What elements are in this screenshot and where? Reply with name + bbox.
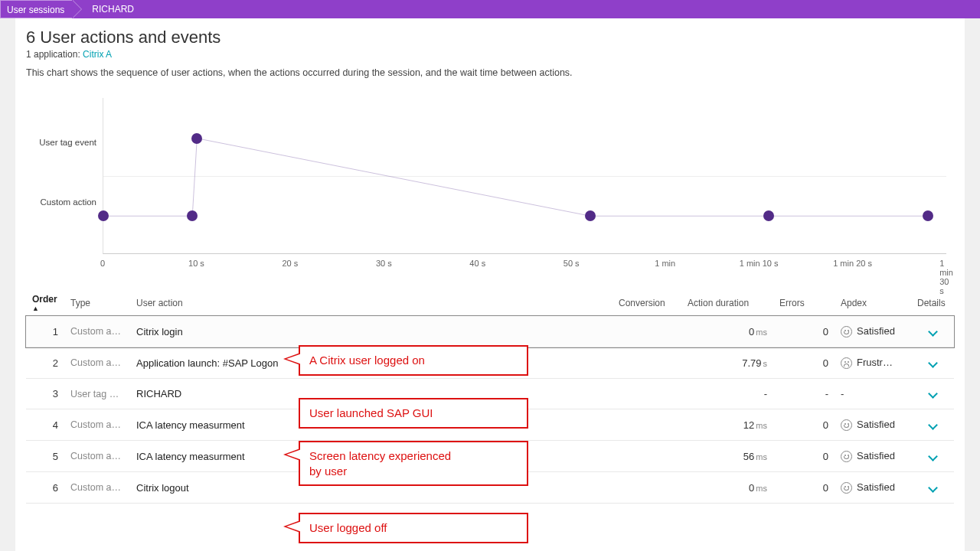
cell-action: Citrix login	[130, 316, 612, 347]
chart-point[interactable]	[923, 210, 933, 221]
x-tick: 50 s	[564, 259, 580, 268]
cell-errors: 0	[773, 316, 835, 347]
cell-duration: 7.79s	[681, 347, 773, 379]
cell-type: Custom acti…	[64, 409, 130, 441]
x-tick: 1 min 30 s	[939, 259, 953, 295]
chart-point[interactable]	[191, 133, 202, 144]
apdex-frustrated-icon	[841, 357, 852, 369]
x-tick: 0	[100, 259, 105, 268]
x-tick: 1 min 20 s	[833, 259, 872, 268]
waterfall-chart: User tag event Custom action	[32, 98, 954, 254]
cell-duration: 12ms	[681, 409, 773, 441]
cell-apdex: Satisfied	[835, 316, 911, 347]
col-user-action[interactable]: User action	[130, 291, 612, 316]
cell-details	[911, 441, 954, 472]
cell-errors: 0	[773, 347, 835, 379]
plot-area[interactable]	[103, 98, 946, 254]
cell-apdex: Frustr…	[835, 347, 911, 379]
app-count-label: 1 application:	[26, 49, 80, 60]
x-axis: 010 s20 s30 s40 s50 s1 min1 min 10 s1 mi…	[103, 254, 946, 269]
apdex-satisfied-icon	[841, 326, 852, 337]
chevron-down-icon[interactable]	[928, 483, 938, 493]
cell-order: 4	[26, 409, 64, 441]
cell-conversion	[612, 379, 681, 409]
chart-point[interactable]	[763, 210, 774, 221]
cell-duration: 56ms	[681, 441, 773, 472]
cell-conversion	[612, 409, 681, 441]
chart-point[interactable]	[187, 210, 198, 221]
chevron-down-icon[interactable]	[928, 452, 938, 461]
app-subtitle: 1 application: Citrix A	[26, 49, 954, 60]
breadcrumb: User sessions RICHARD	[0, 0, 980, 18]
cell-details	[911, 316, 954, 347]
x-tick: 30 s	[376, 259, 392, 268]
cell-apdex: -	[835, 379, 911, 409]
chevron-down-icon[interactable]	[928, 327, 938, 337]
cell-type: Custom acti…	[64, 441, 130, 472]
chevron-down-icon[interactable]	[928, 358, 938, 368]
y-axis-labels: User tag event Custom action	[32, 98, 103, 254]
chevron-down-icon[interactable]	[928, 420, 938, 430]
cell-order: 5	[26, 441, 64, 472]
cell-conversion	[612, 441, 681, 472]
cell-details	[911, 347, 954, 379]
col-errors[interactable]: Errors	[773, 291, 835, 316]
annotation-callout: A Citrix user logged on	[299, 345, 528, 376]
chevron-down-icon[interactable]	[928, 389, 938, 399]
cell-order: 3	[26, 379, 64, 409]
cell-apdex: Satisfied	[835, 409, 911, 441]
cell-errors: 0	[773, 409, 835, 441]
cell-duration: -	[681, 379, 773, 409]
cell-type: Custom acti…	[64, 347, 130, 379]
annotation-callout: User launched SAP GUI	[299, 398, 528, 429]
page-content: 6 User actions and events 1 application:…	[15, 18, 965, 551]
cell-order: 1	[26, 316, 64, 347]
cell-details	[911, 409, 954, 441]
col-conversion[interactable]: Conversion	[612, 291, 681, 316]
cell-conversion	[612, 347, 681, 379]
annotation-callout: User logged off	[299, 513, 528, 543]
chart-point[interactable]	[585, 210, 596, 221]
chart-point[interactable]	[98, 210, 109, 221]
cell-errors: 0	[773, 441, 835, 472]
cell-type: User tag ev…	[64, 379, 130, 409]
cell-errors: -	[773, 379, 835, 409]
col-type[interactable]: Type	[64, 291, 130, 316]
x-tick: 40 s	[469, 259, 485, 268]
x-tick: 20 s	[282, 259, 298, 268]
cell-type: Custom acti…	[64, 472, 130, 504]
cell-conversion	[612, 472, 681, 504]
col-apdex[interactable]: Apdex	[835, 291, 911, 316]
x-tick: 1 min 10 s	[740, 259, 779, 268]
cell-order: 6	[26, 472, 64, 504]
page-title: 6 User actions and events	[26, 28, 954, 47]
annotation-callout: Screen latency experiencedby user	[299, 441, 528, 486]
cell-details	[911, 379, 954, 409]
table-row[interactable]: 1Custom acti…Citrix login0ms0Satisfied	[26, 316, 954, 347]
table-header: Order▲ Type User action Conversion Actio…	[26, 291, 954, 316]
col-duration[interactable]: Action duration	[681, 291, 773, 316]
cell-apdex: Satisfied	[835, 441, 911, 472]
cell-type: Custom acti…	[64, 316, 130, 347]
cell-details	[911, 472, 954, 504]
y-label-bottom: Custom action	[32, 197, 96, 207]
breadcrumb-user-sessions[interactable]: User sessions	[0, 0, 72, 18]
cell-duration: 0ms	[681, 472, 773, 504]
cell-order: 2	[26, 347, 64, 379]
chart-description: This chart shows the sequence of user ac…	[26, 67, 954, 78]
col-order[interactable]: Order▲	[26, 291, 64, 316]
apdex-satisfied-icon	[841, 419, 852, 431]
cell-errors: 0	[773, 472, 835, 504]
application-link[interactable]: Citrix A	[83, 49, 112, 60]
apdex-satisfied-icon	[841, 451, 852, 462]
cell-apdex: Satisfied	[835, 472, 911, 504]
cell-duration: 0ms	[681, 316, 773, 347]
cell-conversion	[612, 316, 681, 347]
sort-asc-icon: ▲	[32, 305, 58, 312]
y-label-top: User tag event	[32, 138, 96, 147]
x-tick: 1 min	[655, 259, 675, 268]
x-tick: 10 s	[188, 259, 204, 268]
apdex-satisfied-icon	[841, 482, 852, 494]
